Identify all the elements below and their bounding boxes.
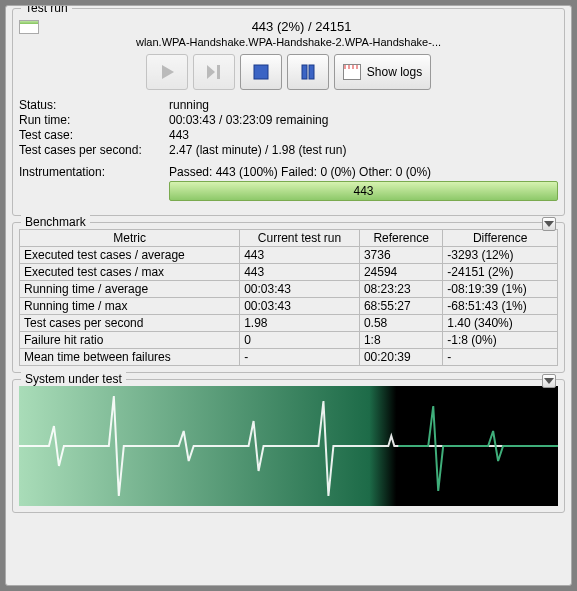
tcps-label: Test cases per second:	[19, 143, 169, 157]
testcase-value: 443	[169, 128, 558, 142]
col-difference[interactable]: Difference	[443, 230, 558, 247]
status-grid: Status: running Run time: 00:03:43 / 03:…	[19, 98, 558, 157]
table-cell: Executed test cases / average	[20, 247, 240, 264]
table-row: Failure hit ratio01:8-1:8 (0%)	[20, 332, 558, 349]
table-cell: 68:55:27	[359, 298, 442, 315]
table-row: Executed test cases / average4433736-329…	[20, 247, 558, 264]
sut-legend: System under test	[21, 372, 126, 386]
toolbar: Show logs	[19, 54, 558, 90]
table-cell: 00:03:43	[240, 298, 360, 315]
show-logs-button[interactable]: Show logs	[334, 54, 431, 90]
table-cell: 0.58	[359, 315, 442, 332]
table-cell: 00:20:39	[359, 349, 442, 366]
play-button[interactable]	[146, 54, 188, 90]
svg-marker-1	[207, 65, 215, 79]
test-run-legend: Test run	[21, 5, 72, 15]
testcase-label: Test case:	[19, 128, 169, 142]
table-cell: 1:8	[359, 332, 442, 349]
runtime-label: Run time:	[19, 113, 169, 127]
table-row: Running time / max00:03:4368:55:27-68:51…	[20, 298, 558, 315]
table-cell: 24594	[359, 264, 442, 281]
table-cell: 1.40 (340%)	[443, 315, 558, 332]
show-logs-label: Show logs	[367, 65, 422, 79]
progress-text: 443 (2%) / 24151	[45, 19, 558, 34]
instrumentation-bar: 443	[169, 181, 558, 201]
status-value: running	[169, 98, 558, 112]
table-cell: Failure hit ratio	[20, 332, 240, 349]
instrumentation-grid: Instrumentation: Passed: 443 (100%) Fail…	[19, 165, 558, 201]
stop-icon	[251, 62, 271, 82]
pause-button[interactable]	[287, 54, 329, 90]
table-cell: -	[240, 349, 360, 366]
table-cell: Running time / max	[20, 298, 240, 315]
table-cell: Mean time between failures	[20, 349, 240, 366]
table-cell: 443	[240, 264, 360, 281]
col-current[interactable]: Current test run	[240, 230, 360, 247]
test-run-window: Test run 443 (2%) / 24151 wlan.WPA-Hands…	[5, 5, 572, 586]
step-button[interactable]	[193, 54, 235, 90]
instrumentation-value: Passed: 443 (100%) Failed: 0 (0%) Other:…	[169, 165, 558, 179]
table-cell: 00:03:43	[240, 281, 360, 298]
svg-rect-4	[302, 65, 307, 79]
step-icon	[204, 62, 224, 82]
table-cell: -3293 (12%)	[443, 247, 558, 264]
benchmark-table: Metric Current test run Reference Differ…	[19, 229, 558, 366]
table-cell: 0	[240, 332, 360, 349]
table-row: Mean time between failures-00:20:39-	[20, 349, 558, 366]
benchmark-legend: Benchmark	[21, 215, 90, 229]
instrumentation-label: Instrumentation:	[19, 165, 169, 201]
status-label: Status:	[19, 98, 169, 112]
svg-rect-3	[254, 65, 268, 79]
col-reference[interactable]: Reference	[359, 230, 442, 247]
table-cell: -	[443, 349, 558, 366]
global-progress-icon	[19, 20, 39, 34]
pause-icon	[298, 62, 318, 82]
table-cell: -68:51:43 (1%)	[443, 298, 558, 315]
table-row: Executed test cases / max44324594-24151 …	[20, 264, 558, 281]
benchmark-collapse-button[interactable]	[542, 217, 556, 231]
table-cell: 1.98	[240, 315, 360, 332]
stop-button[interactable]	[240, 54, 282, 90]
test-run-group: Test run 443 (2%) / 24151 wlan.WPA-Hands…	[12, 8, 565, 216]
table-cell: Executed test cases / max	[20, 264, 240, 281]
table-cell: -24151 (2%)	[443, 264, 558, 281]
table-cell: 08:23:23	[359, 281, 442, 298]
sut-group: System under test	[12, 379, 565, 513]
sut-collapse-button[interactable]	[542, 374, 556, 388]
svg-rect-2	[217, 65, 220, 79]
table-cell: Test cases per second	[20, 315, 240, 332]
col-metric[interactable]: Metric	[20, 230, 240, 247]
current-testcase-path: wlan.WPA-Handshake.WPA-Handshake-2.WPA-H…	[19, 36, 558, 48]
table-cell: -08:19:39 (1%)	[443, 281, 558, 298]
runtime-value: 00:03:43 / 03:23:09 remaining	[169, 113, 558, 127]
table-cell: -1:8 (0%)	[443, 332, 558, 349]
table-cell: 443	[240, 247, 360, 264]
table-row: Running time / average00:03:4308:23:23-0…	[20, 281, 558, 298]
table-cell: Running time / average	[20, 281, 240, 298]
table-cell: 3736	[359, 247, 442, 264]
tcps-value: 2.47 (last minute) / 1.98 (test run)	[169, 143, 558, 157]
play-icon	[157, 62, 177, 82]
heartbeat-waveform	[19, 386, 558, 506]
progress-row: 443 (2%) / 24151	[19, 19, 558, 34]
svg-marker-0	[162, 65, 174, 79]
svg-rect-5	[309, 65, 314, 79]
benchmark-group: Benchmark Metric Current test run Refere…	[12, 222, 565, 373]
table-row: Test cases per second1.980.581.40 (340%)	[20, 315, 558, 332]
logs-icon	[343, 64, 361, 80]
